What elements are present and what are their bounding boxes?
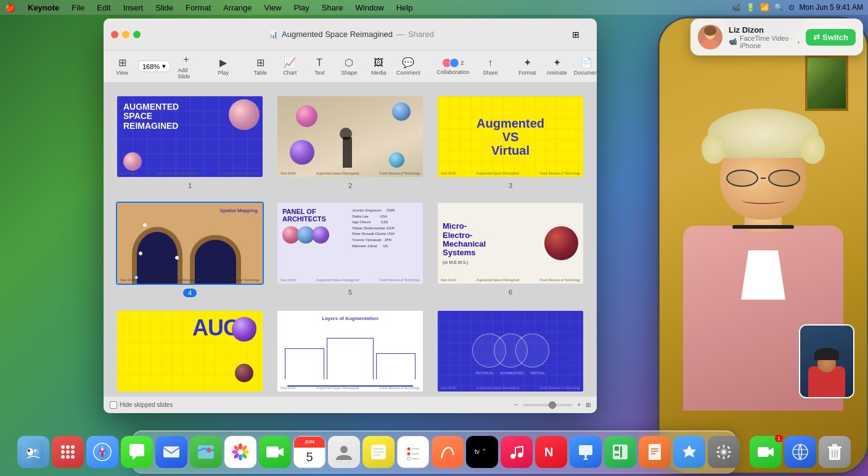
statusbar-minus[interactable]: − [514, 401, 518, 408]
switch-button[interactable]: ⇄ Switch [806, 29, 856, 46]
text-button[interactable]: T Text [306, 55, 333, 78]
window-minimize-button[interactable] [122, 31, 129, 38]
menu-arrange[interactable]: Arrange [221, 3, 254, 12]
menu-view[interactable]: View [262, 3, 284, 12]
menu-file[interactable]: File [69, 3, 87, 12]
media-button[interactable]: 🖼 Media [365, 55, 392, 78]
menu-share[interactable]: Share [319, 3, 346, 12]
dock-music[interactable] [501, 436, 533, 468]
dock-notes[interactable] [362, 436, 395, 468]
svg-point-35 [239, 454, 242, 461]
dock-photos[interactable] [224, 436, 256, 468]
dock-contacts[interactable] [328, 436, 360, 468]
dock-launchpad[interactable] [52, 436, 84, 468]
menu-help[interactable]: Help [394, 3, 416, 12]
slide-item-8[interactable]: Layers of Augmentation Sara SmithAugment… [276, 310, 424, 396]
window-maximize-button[interactable] [133, 31, 141, 38]
add-slide-button[interactable]: ＋ Add Slide [173, 51, 200, 82]
menu-app-name[interactable]: Keynote [25, 3, 62, 12]
chart-button[interactable]: 📈 Chart [276, 54, 303, 78]
collab-count: 2 [461, 60, 464, 66]
shape-icon: ⬡ [345, 57, 353, 68]
play-icon: ▶ [219, 57, 227, 68]
slide-item-4[interactable]: Spatial Mapping Sara SmithAugmented Spac… [116, 202, 264, 297]
zoom-chevron: ▾ [162, 62, 166, 70]
svg-point-41 [340, 446, 348, 453]
statusbar-right: − + ⊞ [514, 401, 591, 408]
dock-facetime[interactable] [259, 436, 291, 468]
slide-item-9[interactable]: PHYSICAL AUGMENTED VIRTUAL Sara SmithAug… [436, 310, 584, 396]
zoom-control[interactable]: 168% ▾ [138, 60, 170, 72]
dock-news[interactable]: N [535, 436, 567, 468]
play-button[interactable]: ▶ Play [210, 54, 237, 78]
menu-slide[interactable]: Slide [153, 3, 176, 12]
dock-finder[interactable] [17, 436, 49, 468]
svg-marker-40 [279, 448, 284, 456]
slide-grid: AUGMENTEDSPACEREIMAGINED Sara SmithAugme… [116, 95, 584, 396]
dock-calendar[interactable]: JUN 5 [293, 436, 326, 468]
share-button[interactable]: ↑ Share [477, 55, 504, 78]
facetime-contact-subtitle: 📹 FaceTime Video · iPhone › [729, 35, 800, 49]
dock-freeform[interactable] [432, 436, 464, 468]
format-button[interactable]: ✦ Format [514, 54, 541, 78]
statusbar-plus[interactable]: + [577, 401, 581, 408]
dock-network[interactable] [784, 436, 816, 468]
svg-point-9 [27, 448, 33, 456]
svg-rect-63 [615, 454, 619, 456]
menu-window[interactable]: Window [353, 3, 386, 12]
dock-appstore[interactable] [673, 436, 705, 468]
statusbar-grid-icon[interactable]: ⊞ [586, 401, 591, 408]
dock-maps[interactable] [190, 436, 222, 468]
dock-trash[interactable] [819, 436, 851, 468]
document-button[interactable]: 📄 Document [573, 54, 597, 78]
svg-point-54 [510, 454, 515, 459]
slide-item-7[interactable]: AUGO 7 [116, 310, 264, 396]
zoom-slider[interactable] [523, 404, 572, 406]
dock-system-preferences[interactable] [708, 436, 740, 468]
apple-menu[interactable]: 🍎 [5, 2, 15, 12]
menu-play[interactable]: Play [291, 3, 311, 12]
dock-messages[interactable] [121, 436, 153, 468]
dock-reminders[interactable] [397, 436, 429, 468]
slide-grid-container[interactable]: AUGMENTEDSPACEREIMAGINED Sara SmithAugme… [104, 83, 597, 396]
hide-skipped-checkbox[interactable] [110, 401, 117, 409]
collab-avatar-2 [449, 58, 459, 68]
menu-format[interactable]: Format [183, 3, 213, 12]
view-toggle-button[interactable]: ⊞ [562, 28, 589, 41]
dock-facetime-active[interactable]: 1 [750, 436, 782, 468]
iphone-frame [658, 17, 868, 474]
svg-point-22 [71, 455, 75, 459]
slide-item-1[interactable]: AUGMENTEDSPACEREIMAGINED Sara SmithAugme… [116, 95, 264, 189]
dock-mail[interactable] [155, 436, 187, 468]
svg-rect-27 [163, 446, 179, 458]
slide2-sphere2 [392, 102, 411, 121]
shape-button[interactable]: ⬡ Shape [335, 54, 362, 78]
dock-tvplus[interactable]: tv + [466, 436, 498, 468]
search-icon[interactable]: 🔍 [774, 3, 784, 12]
slide-item-5[interactable]: PANEL OFARCHITECTS Jocelyn Engstrom SWE … [276, 202, 424, 297]
slide8-rect-1 [285, 348, 324, 379]
animate-button[interactable]: ✦ Animate [543, 54, 570, 78]
table-button[interactable]: ⊞ Table [247, 54, 274, 78]
view-button[interactable]: ⊞ View [108, 54, 136, 78]
control-center-icon[interactable]: ⊙ [788, 3, 795, 12]
switch-icon: ⇄ [813, 33, 820, 42]
self-view-person [805, 348, 848, 397]
slide-item-3[interactable]: AugmentedVSVirtual Sara SmithAugmented S… [436, 95, 584, 189]
svg-point-20 [61, 455, 65, 459]
hide-skipped-checkbox-label[interactable]: Hide skipped slides [110, 401, 173, 409]
window-statusbar: Hide skipped slides − + ⊞ [104, 396, 597, 413]
slide-item-2[interactable]: Sara SmithAugmented Space ReimaginedFran… [276, 95, 424, 189]
dock-keynote[interactable] [570, 436, 602, 468]
window-close-button[interactable] [111, 31, 118, 38]
dock-safari[interactable] [86, 436, 118, 468]
menu-insert[interactable]: Insert [121, 3, 146, 12]
comment-button[interactable]: 💬 Comment [395, 54, 422, 78]
menu-edit[interactable]: Edit [94, 3, 113, 12]
dock-numbers[interactable] [604, 436, 636, 468]
menubar-right: 📹 🔋 📶 🔍 ⊙ Mon Jun 5 9:41 AM [732, 3, 863, 12]
facetime-video-icon: 📹 [729, 38, 737, 46]
dock-pages[interactable] [639, 436, 671, 468]
slide-item-6[interactable]: Micro-Electro-MechanicalSystems (or M.E.… [436, 202, 584, 297]
collaboration-button[interactable]: 2 Collaboration [432, 55, 474, 78]
